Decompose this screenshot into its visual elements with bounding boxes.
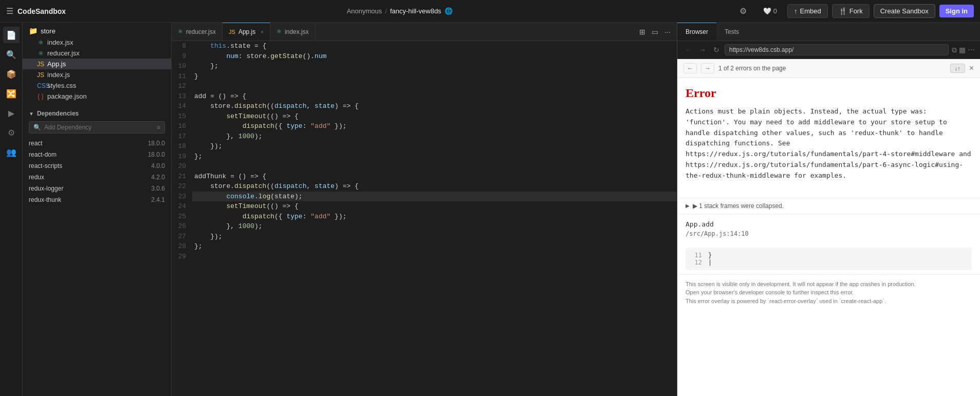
line-number: 23 (172, 192, 192, 202)
file-item-index-jsx[interactable]: ⚛ index.jsx (23, 37, 171, 48)
line-content: this.state = { (192, 41, 677, 51)
deps-list-icon[interactable]: ≡ (157, 124, 160, 131)
url-input[interactable] (725, 44, 949, 55)
sidebar-item-git[interactable]: 🔀 (3, 85, 20, 102)
footer-line-3: This error overlay is powered by `react-… (686, 297, 972, 306)
code-line-29: 29 (172, 252, 677, 262)
split-view-button[interactable]: ▦ (959, 46, 966, 54)
sidebar-item-settings[interactable]: ⚙ (3, 124, 20, 141)
folder-store[interactable]: 📁 store (23, 25, 171, 37)
code-line-18: 18 }); (172, 141, 677, 152)
dep-version: 18.0.0 (148, 151, 165, 158)
code-line-20: 20 (172, 161, 677, 172)
tab-tests[interactable]: Tests (716, 23, 747, 41)
file-item-package-json[interactable]: { } package.json (23, 91, 171, 102)
chevron-icon: ▼ (29, 111, 34, 117)
search-icon: 🔍 (33, 124, 41, 131)
sidebar-item-search[interactable]: 🔍 (3, 46, 20, 63)
close-tab-icon[interactable]: × (261, 29, 264, 35)
dep-search-bar[interactable]: 🔍 ≡ (29, 121, 165, 134)
embed-label: Embed (800, 7, 821, 15)
file-name: App.js (47, 60, 66, 68)
back-button[interactable]: ← (682, 45, 694, 55)
more-button[interactable]: ⋯ (968, 46, 975, 54)
tab-label: App.js (238, 28, 255, 35)
sidebar-item-run[interactable]: ▶ (3, 105, 20, 121)
jsx-icon: ⚛ (37, 39, 44, 46)
dep-version: 4.0.0 (151, 162, 165, 169)
dep-redux-logger: redux-logger 3.0.6 (29, 183, 165, 194)
more-options-button[interactable]: ··· (662, 27, 673, 37)
tab-index-jsx[interactable]: ⚛ index.jsx (270, 23, 316, 41)
fork-button[interactable]: 🍴 Fork (832, 4, 870, 18)
refresh-button[interactable]: ↻ (711, 45, 722, 55)
error-overlay: ← → 1 of 2 errors on the page ↓↑ × Error… (677, 59, 980, 396)
line-number: 28 (172, 241, 192, 252)
stack-toggle[interactable]: ▶ ▶ 1 stack frames were collapsed. (686, 202, 972, 210)
dep-name: redux (29, 174, 44, 181)
line-content: dispatch({ type: "add" }); (192, 121, 677, 131)
browser-actions: ⧉ ▦ ⋯ (952, 46, 975, 54)
dep-redux: redux 4.2.0 (29, 172, 165, 183)
error-toggle-button[interactable]: ↓↑ (950, 64, 965, 73)
likes-button[interactable]: 🤍 0 (757, 5, 783, 17)
jsx-icon: ⚛ (37, 50, 44, 57)
error-next-button[interactable]: → (701, 63, 714, 73)
error-prev-button[interactable]: ← (683, 63, 697, 73)
file-item-styles-css[interactable]: CSS styles.css (23, 80, 171, 91)
sidebar-item-files[interactable]: 📄 (3, 27, 20, 43)
stack-frames-section: ▶ ▶ 1 stack frames were collapsed. (677, 198, 980, 214)
line-number: 17 (172, 131, 192, 142)
line-content: }); (192, 232, 677, 242)
error-title: Error (686, 86, 972, 100)
hamburger-icon[interactable]: ☰ (6, 6, 13, 16)
js-icon: JS (37, 71, 44, 79)
dep-search-input[interactable] (44, 124, 154, 131)
file-item-app-js[interactable]: JS App.js (23, 59, 171, 69)
stack-function-name: App.add (686, 220, 972, 228)
topbar: ☰ CodeSandbox Anonymous / fancy-hill-vew… (0, 0, 980, 23)
split-editor-button[interactable]: ⊞ (637, 27, 648, 37)
create-sandbox-button[interactable]: Create Sandbox (874, 4, 935, 18)
deps-label: Dependencies (37, 110, 79, 117)
code-line-22: 22 store.dispatch((dispatch, state) => { (172, 181, 677, 192)
forward-button[interactable]: → (697, 45, 708, 55)
code-line-28: 28 }; (172, 241, 677, 252)
line-content (192, 81, 677, 91)
single-view-button[interactable]: ▭ (650, 27, 660, 37)
embed-button[interactable]: ↑ Embed (787, 4, 828, 18)
tab-browser[interactable]: Browser (677, 23, 716, 41)
code-line-11: 11 } (172, 71, 677, 82)
sidebar-item-npm[interactable]: 📦 (3, 66, 20, 82)
error-close-button[interactable]: × (969, 64, 974, 73)
separator: / (385, 7, 387, 15)
json-icon: { } (37, 93, 44, 100)
folder-icon: 📁 (29, 27, 38, 35)
settings-button[interactable]: ⚙ (733, 4, 753, 18)
file-item-index-js[interactable]: JS index.js (23, 69, 171, 80)
folder-name: store (41, 27, 56, 35)
external-link-button[interactable]: ⧉ (952, 46, 957, 54)
snippet-code: } (708, 252, 712, 259)
sidebar-item-users[interactable]: 👥 (3, 144, 20, 160)
footer-line-2: Open your browser's developer console to… (686, 288, 972, 297)
dep-redux-thunk: redux-thunk 2.4.1 (29, 194, 165, 205)
line-content (192, 252, 677, 262)
dependencies-header[interactable]: ▼ Dependencies (29, 110, 165, 117)
line-number: 19 (172, 152, 192, 162)
tab-app-js[interactable]: JS App.js × (223, 23, 270, 41)
editor-area: ⚛ reducer.jsx JS App.js × ⚛ index.jsx ⊞ … (172, 23, 677, 396)
code-editor[interactable]: 8 this.state = { 9 num: store.getState()… (172, 41, 677, 396)
fork-label: Fork (849, 7, 863, 15)
line-content: }, 1000); (192, 221, 677, 232)
line-number: 25 (172, 212, 192, 222)
file-name: package.json (47, 92, 87, 100)
signin-button[interactable]: Sign in (939, 5, 974, 17)
tabs-actions: ⊞ ▭ ··· (637, 27, 677, 37)
snippet-line-11: 11 } (692, 252, 966, 259)
globe-icon: 🌐 (445, 7, 453, 15)
tab-reducer-jsx[interactable]: ⚛ reducer.jsx (172, 23, 223, 41)
line-number: 9 (172, 51, 192, 62)
file-item-reducer-jsx[interactable]: ⚛ reducer.jsx (23, 48, 171, 59)
main-layout: 📄 🔍 📦 🔀 ▶ ⚙ 👥 📁 store ⚛ index.jsx ⚛ redu… (0, 23, 980, 396)
